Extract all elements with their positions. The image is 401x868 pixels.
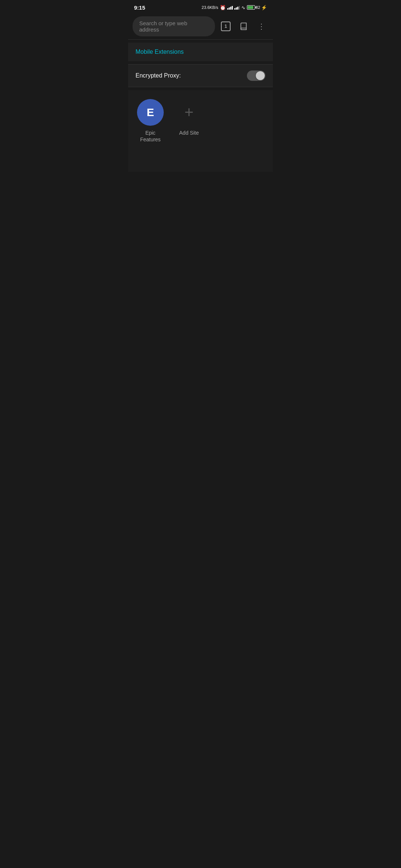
search-placeholder: Search or type web address [139, 20, 208, 33]
status-bar: 9:15 23.6KB/s ⏰ ∿ 82 ⚡ [128, 0, 273, 13]
wifi-icon: ∿ [241, 5, 245, 10]
signal-bars-2 [234, 5, 240, 10]
site-epic-features-label: EpicFeatures [140, 129, 160, 143]
status-time: 9:15 [134, 4, 145, 11]
sites-section: E EpicFeatures + Add Site [128, 90, 273, 172]
status-icons: 23.6KB/s ⏰ ∿ 82 ⚡ [202, 5, 267, 10]
encrypted-proxy-toggle[interactable] [247, 70, 265, 81]
encrypted-proxy-row: Encrypted Proxy: [128, 65, 273, 87]
battery-fill [248, 6, 253, 9]
main-content [128, 175, 273, 397]
site-epic-features[interactable]: E EpicFeatures [136, 99, 165, 143]
charging-icon: ⚡ [261, 5, 267, 10]
add-site-button[interactable]: + Add Site [174, 99, 204, 136]
battery-level: 82 [256, 5, 260, 10]
mobile-extensions-section: Mobile Extensions [128, 43, 273, 61]
tabs-count[interactable]: 1 [221, 22, 231, 31]
battery-icon [247, 5, 255, 10]
network-speed: 23.6KB/s [202, 5, 218, 10]
bookmarks-button[interactable] [237, 19, 251, 33]
search-bar[interactable]: Search or type web address [133, 16, 215, 36]
encrypted-proxy-label: Encrypted Proxy: [136, 72, 181, 79]
book-icon [239, 22, 248, 30]
tabs-button[interactable]: 1 [219, 19, 233, 33]
battery-container: 82 ⚡ [247, 5, 267, 10]
toggle-knob [256, 71, 265, 80]
toolbar-divider [128, 39, 273, 40]
alarm-icon: ⏰ [220, 5, 226, 10]
site-epic-features-icon: E [137, 99, 164, 126]
sites-grid: E EpicFeatures + Add Site [136, 99, 265, 143]
add-site-icon: + [176, 99, 202, 126]
mobile-extensions-title: Mobile Extensions [136, 49, 184, 55]
add-site-label: Add Site [179, 129, 199, 136]
section-divider-2 [128, 87, 273, 87]
more-options-icon: ⋮ [258, 22, 265, 31]
browser-toolbar: Search or type web address 1 ⋮ [128, 13, 273, 39]
more-options-button[interactable]: ⋮ [254, 19, 268, 33]
signal-bars-1 [227, 5, 233, 10]
